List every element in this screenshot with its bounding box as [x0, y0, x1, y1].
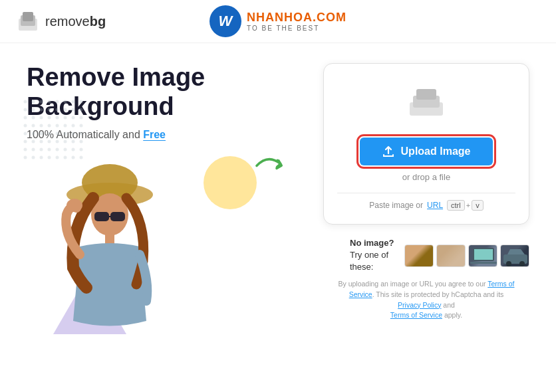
svg-point-74 — [67, 199, 82, 212]
svg-point-40 — [64, 132, 67, 136]
yellow-circle-decoration — [204, 156, 257, 209]
svg-point-30 — [48, 124, 51, 128]
svg-point-28 — [32, 124, 35, 128]
plus-sign: + — [466, 201, 470, 209]
svg-point-50 — [80, 140, 83, 144]
svg-point-35 — [24, 132, 27, 136]
svg-point-14 — [48, 108, 51, 112]
svg-point-4 — [32, 100, 35, 104]
svg-point-12 — [32, 108, 35, 112]
svg-point-44 — [32, 140, 35, 144]
sample-images-list — [404, 245, 529, 267]
svg-point-36 — [32, 132, 35, 136]
svg-point-27 — [24, 124, 27, 128]
main-content: // Rendered inline below Remove Image Ba… — [0, 43, 556, 334]
svg-rect-80 — [470, 262, 497, 264]
layers-icon — [403, 84, 450, 123]
svg-point-26 — [80, 116, 83, 120]
svg-point-29 — [40, 124, 43, 128]
svg-point-32 — [64, 124, 67, 128]
nhanhoa-branding: W NHANHOA.COM TO BE THE BEST — [209, 5, 347, 37]
sample-image-3[interactable] — [468, 245, 497, 267]
paste-row: Paste image or URL ctrl + v — [369, 200, 483, 211]
svg-point-8 — [64, 100, 67, 104]
svg-point-20 — [32, 116, 35, 120]
svg-point-23 — [56, 116, 59, 120]
upload-card: Upload Image or drop a file Paste image … — [323, 63, 529, 225]
svg-point-7 — [56, 100, 59, 104]
sample-image-1[interactable] — [404, 245, 434, 267]
svg-point-48 — [64, 140, 67, 144]
car-img — [501, 245, 529, 267]
svg-point-18 — [80, 108, 83, 112]
drop-file-text: or drop a file — [402, 172, 450, 182]
svg-point-33 — [72, 124, 75, 128]
svg-point-45 — [40, 140, 43, 144]
right-section: Upload Image or drop a file Paste image … — [323, 63, 529, 321]
svg-point-5 — [40, 100, 43, 104]
svg-point-47 — [56, 140, 59, 144]
svg-point-43 — [24, 140, 27, 144]
tos-link-2[interactable]: Terms of Service — [390, 311, 442, 319]
svg-rect-79 — [474, 249, 493, 260]
nhanhoa-name: NHANHOA.COM — [247, 11, 347, 25]
svg-point-15 — [56, 108, 59, 112]
url-link[interactable]: URL — [427, 201, 443, 210]
laptop-img — [469, 245, 497, 267]
svg-point-16 — [64, 108, 67, 112]
svg-point-49 — [72, 140, 75, 144]
removebg-logo-icon — [16, 9, 40, 33]
svg-point-24 — [64, 116, 67, 120]
svg-point-83 — [519, 261, 525, 266]
sample-images-section: No image? Try one of these: — [323, 237, 529, 272]
sample-image-2[interactable] — [436, 245, 466, 267]
svg-point-39 — [56, 132, 59, 136]
svg-point-21 — [40, 116, 43, 120]
svg-point-51 — [24, 148, 27, 151]
sample-header: No image? Try one of these: — [350, 237, 529, 272]
svg-point-22 — [48, 116, 51, 120]
svg-point-13 — [40, 108, 43, 112]
ctrl-key: ctrl — [447, 200, 465, 211]
nhanhoa-text: NHANHOA.COM TO BE THE BEST — [247, 11, 347, 32]
svg-point-6 — [48, 100, 51, 104]
svg-point-17 — [72, 108, 75, 112]
no-image-label: No image? Try one of these: — [350, 237, 398, 272]
svg-point-41 — [72, 132, 75, 136]
woman-svg — [33, 148, 186, 341]
svg-point-31 — [56, 124, 59, 128]
svg-point-3 — [24, 100, 27, 104]
header: removebg W NHANHOA.COM TO BE THE BEST — [0, 0, 556, 43]
upload-icon — [382, 146, 394, 157]
keyboard-shortcut: ctrl + v — [447, 200, 484, 211]
svg-rect-77 — [416, 89, 436, 100]
svg-point-34 — [80, 124, 83, 128]
privacy-link[interactable]: Privacy Policy — [398, 301, 441, 309]
v-key: v — [472, 200, 484, 211]
svg-rect-2 — [23, 12, 33, 21]
left-section: // Rendered inline below Remove Image Ba… — [27, 63, 297, 321]
svg-point-59 — [24, 156, 27, 159]
svg-point-19 — [24, 116, 27, 120]
nhanhoa-slogan: TO BE THE BEST — [247, 25, 347, 32]
logo-text: removebg — [45, 14, 106, 29]
svg-point-42 — [80, 132, 83, 136]
legal-text: By uploading an image or URL you agree t… — [323, 279, 529, 321]
upload-image-button[interactable]: Upload Image — [360, 138, 493, 165]
logo[interactable]: removebg — [16, 9, 106, 33]
svg-rect-70 — [94, 212, 109, 221]
sample-image-4[interactable] — [500, 245, 529, 267]
svg-point-9 — [72, 100, 75, 104]
card-divider — [337, 193, 515, 193]
svg-point-46 — [48, 140, 51, 144]
svg-point-38 — [48, 132, 51, 136]
nhanhoa-logo-circle: W — [209, 5, 241, 37]
svg-point-10 — [80, 100, 83, 104]
woman-illustration — [33, 148, 193, 341]
svg-rect-71 — [110, 212, 125, 221]
try-text: Try one of these: — [350, 250, 388, 272]
svg-point-25 — [72, 116, 75, 120]
svg-point-82 — [506, 261, 511, 266]
svg-point-37 — [40, 132, 43, 136]
svg-point-11 — [24, 108, 27, 112]
